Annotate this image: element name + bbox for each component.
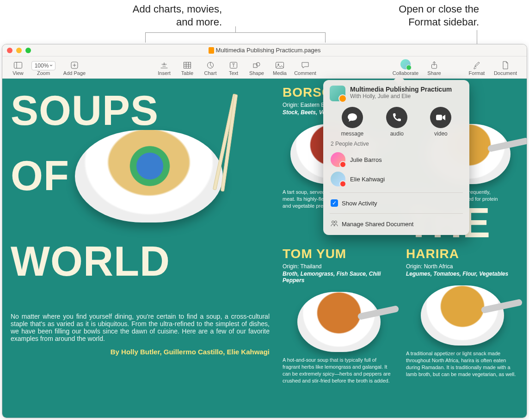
document-icon: [501, 61, 510, 69]
add-page-button[interactable]: Add Page: [58, 57, 91, 76]
communication-actions: message audio video: [330, 107, 463, 137]
card-ingredients: Legumes, Tomatoes, Flour, Vegetables: [406, 271, 518, 277]
view-label: View: [12, 70, 24, 76]
collaborate-label: Collaborate: [393, 70, 418, 76]
people-icon: [331, 220, 338, 228]
svg-point-13: [335, 221, 337, 223]
card-ingredients: Broth, Lemongrass, Fish Sauce, Chili Pep…: [283, 271, 395, 284]
plus-icon: [70, 61, 79, 69]
table-button[interactable]: Table: [176, 57, 198, 76]
app-window: Multimedia Publishing Practicum.pages Vi…: [2, 44, 527, 418]
text-icon: [229, 61, 238, 69]
zoom-control[interactable]: 100% Zoom: [30, 57, 57, 76]
audio-label: audio: [390, 130, 404, 137]
collaborate-button[interactable]: Collaborate: [389, 57, 422, 76]
tom-yum-illustration: [297, 292, 381, 352]
person-name: Julie Barros: [350, 156, 382, 163]
divider: [330, 192, 463, 193]
card-tom-yum: TOM YUM Origin: Thailand Broth, Lemongra…: [283, 247, 395, 413]
minimize-window-button[interactable]: [16, 48, 22, 53]
text-button[interactable]: Text: [222, 57, 245, 76]
titlebar: Multimedia Publishing Practicum.pages: [2, 44, 527, 56]
format-button[interactable]: Format: [466, 57, 488, 76]
chart-label: Chart: [204, 70, 217, 76]
message-label: message: [341, 130, 364, 137]
insert-icon: [160, 61, 169, 69]
svg-point-7: [256, 62, 260, 66]
document-thumbnail-icon: [330, 86, 345, 101]
window-title: Multimedia Publishing Practicum.pages: [2, 47, 527, 54]
byline: By Holly Butler, Guillermo Castillo, Eli…: [11, 348, 270, 356]
card-title: TOM YUM: [283, 247, 395, 261]
divider: [330, 213, 463, 214]
comment-icon: [301, 61, 310, 69]
avatar: [331, 152, 345, 167]
close-window-button[interactable]: [7, 48, 12, 53]
comment-label: Comment: [294, 70, 316, 76]
video-button[interactable]: video: [430, 107, 451, 137]
insert-button[interactable]: Insert: [153, 57, 175, 76]
annotation-callouts: Add charts, movies, and more. Open or cl…: [0, 0, 529, 44]
harira-illustration: [421, 285, 504, 346]
chart-button[interactable]: Chart: [199, 57, 221, 76]
svg-rect-8: [276, 62, 284, 68]
format-label: Format: [469, 70, 485, 76]
toolbar: View 100% Zoom Add Page Insert Table Cha…: [2, 56, 527, 79]
media-icon: [275, 61, 284, 69]
zoom-label: Zoom: [37, 70, 50, 76]
sidebar-icon: [13, 61, 23, 69]
person-name: Elie Kahwagi: [350, 176, 385, 183]
video-label: video: [434, 130, 448, 137]
card-description: A hot-and-sour soup that is typically fu…: [283, 357, 395, 384]
manage-shared-document-button[interactable]: Manage Shared Document: [330, 217, 463, 230]
share-button[interactable]: Share: [423, 57, 445, 76]
window-controls: [7, 48, 31, 53]
avatar: [331, 172, 345, 186]
svg-point-12: [332, 221, 334, 223]
media-label: Media: [273, 70, 287, 76]
media-button[interactable]: Media: [269, 57, 291, 76]
maximize-window-button[interactable]: [25, 48, 31, 53]
card-origin: Origin: Thailand: [283, 263, 395, 270]
collaborate-popover: Multimedia Publishing Practicum With Hol…: [323, 80, 469, 235]
svg-point-9: [278, 63, 279, 65]
document-label: Document: [494, 70, 517, 76]
svg-rect-0: [14, 62, 22, 68]
svg-rect-11: [436, 115, 442, 120]
comment-button[interactable]: Comment: [292, 57, 319, 76]
callout-bracket: [145, 32, 326, 43]
paintbrush-icon: [472, 61, 481, 69]
svg-rect-3: [184, 62, 191, 68]
audio-button[interactable]: audio: [386, 107, 407, 137]
active-person[interactable]: Julie Barros: [330, 150, 463, 169]
checkbox-checked-icon: ✓: [331, 199, 338, 207]
popover-subtitle: With Holly, Julie and Elie: [350, 93, 452, 99]
table-label: Table: [181, 70, 193, 76]
collaborate-avatar-icon: [400, 59, 411, 69]
text-label: Text: [229, 70, 238, 76]
active-people-header: 2 People Active: [331, 141, 462, 147]
manage-label: Manage Shared Document: [342, 221, 413, 228]
show-activity-toggle[interactable]: ✓ Show Activity: [330, 197, 463, 210]
document-button[interactable]: Document: [489, 57, 522, 76]
video-icon: [430, 107, 451, 128]
active-person[interactable]: Elie Kahwagi: [330, 169, 463, 189]
callout-insert-group: Add charts, movies, and more.: [133, 3, 222, 28]
share-icon: [430, 61, 439, 69]
zoom-select[interactable]: 100%: [31, 61, 56, 70]
show-activity-label: Show Activity: [342, 200, 377, 207]
popover-header: Multimedia Publishing Practicum With Hol…: [330, 86, 463, 101]
insert-label: Insert: [158, 70, 171, 76]
view-button[interactable]: View: [7, 57, 29, 76]
shape-label: Shape: [249, 70, 264, 76]
message-icon: [342, 107, 363, 128]
chart-icon: [206, 61, 215, 69]
message-button[interactable]: message: [341, 107, 364, 137]
card-description: A traditional appetizer or light snack m…: [406, 350, 518, 377]
window-title-text: Multimedia Publishing Practicum.pages: [216, 47, 321, 54]
table-icon: [183, 61, 192, 69]
shape-button[interactable]: Shape: [246, 57, 268, 76]
hero-soup-illustration: [75, 130, 223, 222]
add-page-label: Add Page: [63, 70, 86, 76]
document-icon: [209, 47, 214, 54]
